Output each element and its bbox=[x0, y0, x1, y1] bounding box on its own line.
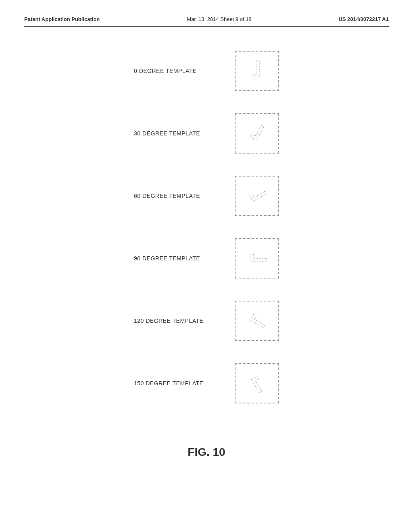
template-row-90: 90 DEGREE TEMPLATE bbox=[86, 238, 327, 278]
figure-caption: FIG. 10 bbox=[24, 446, 389, 459]
template-svg-0 bbox=[243, 57, 271, 85]
template-label-120: 120 DEGREE TEMPLATE bbox=[134, 318, 235, 324]
template-box-120 bbox=[235, 301, 279, 341]
template-row-150: 150 DEGREE TEMPLATE bbox=[86, 363, 327, 403]
template-svg-60 bbox=[243, 182, 271, 210]
main-content: 0 DEGREE TEMPLATE 30 DEGREE TEMPLATE bbox=[24, 51, 389, 426]
template-row-120: 120 DEGREE TEMPLATE bbox=[86, 301, 327, 341]
page: Patent Application Publication Mar. 13, … bbox=[0, 0, 413, 532]
template-svg-90 bbox=[243, 244, 271, 272]
template-row-30: 30 DEGREE TEMPLATE bbox=[86, 113, 327, 154]
template-label-150: 150 DEGREE TEMPLATE bbox=[134, 380, 235, 387]
template-row-60: 60 DEGREE TEMPLATE bbox=[86, 176, 327, 216]
template-box-60 bbox=[235, 176, 279, 216]
template-label-30: 30 DEGREE TEMPLATE bbox=[134, 130, 235, 137]
template-label-60: 60 DEGREE TEMPLATE bbox=[134, 193, 235, 199]
template-row-0: 0 DEGREE TEMPLATE bbox=[86, 51, 327, 91]
header-patent-number: US 2014/0072217 A1 bbox=[338, 16, 389, 22]
template-svg-150 bbox=[243, 369, 271, 397]
header-date-sheet: Mar. 13, 2014 Sheet 9 of 18 bbox=[187, 16, 251, 22]
template-label-90: 90 DEGREE TEMPLATE bbox=[134, 255, 235, 262]
template-box-90 bbox=[235, 238, 279, 278]
template-box-30 bbox=[235, 113, 279, 154]
template-svg-30 bbox=[243, 119, 271, 148]
template-label-0: 0 DEGREE TEMPLATE bbox=[134, 68, 235, 74]
template-svg-120 bbox=[243, 307, 271, 335]
template-box-0 bbox=[235, 51, 279, 91]
page-header: Patent Application Publication Mar. 13, … bbox=[24, 16, 389, 27]
header-publication-label: Patent Application Publication bbox=[24, 16, 100, 22]
template-box-150 bbox=[235, 363, 279, 403]
